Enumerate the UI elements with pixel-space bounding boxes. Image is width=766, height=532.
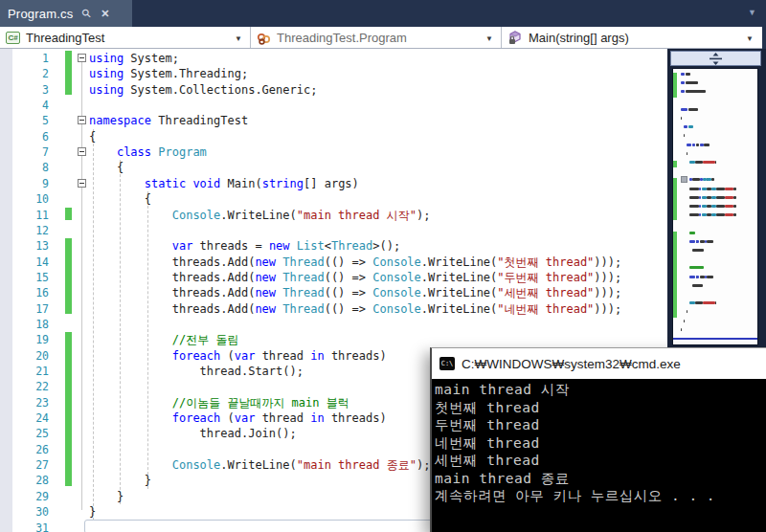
code-token: void — [192, 177, 220, 190]
code-token: List — [297, 239, 325, 253]
code-token: threads.Add( — [89, 302, 255, 316]
csharp-project-icon: C# — [6, 32, 20, 44]
minimap-line — [689, 266, 704, 269]
chevron-down-icon: ▼ — [746, 34, 754, 43]
code-token: Console — [372, 286, 421, 299]
code-token: ))); — [594, 255, 621, 269]
code-token: var — [235, 349, 256, 363]
class-icon — [257, 32, 271, 44]
code-line: threads.Add(new Thread(() => Console.Wri… — [89, 270, 621, 285]
minimap-line — [705, 240, 707, 243]
code-line: var threads = new List<Thread>(); — [89, 238, 400, 254]
code-token: .WriteLine( — [421, 271, 497, 284]
code-token: in — [310, 411, 324, 425]
editor-split-handle[interactable] — [670, 51, 761, 66]
minimap-change-mark — [673, 73, 677, 98]
minimap-line — [689, 240, 694, 243]
code-line: foreach (var thread in threads) — [89, 410, 387, 426]
code-line: class Program — [89, 144, 207, 160]
code-token: (() => — [325, 286, 373, 299]
minimap-line — [684, 134, 685, 137]
minimap-change-mark — [673, 161, 677, 167]
chevron-down-icon: ▼ — [485, 34, 493, 43]
code-token: Main( — [220, 177, 261, 190]
code-token: Console — [372, 302, 421, 316]
code-token: "네번째 thread" — [497, 302, 594, 316]
code-line: } — [89, 489, 124, 504]
code-token: using — [89, 52, 124, 65]
code-token: threads.Add( — [89, 255, 255, 269]
code-token: Console — [372, 271, 421, 284]
project-dropdown-label: ThreadingTest — [26, 31, 104, 45]
member-dropdown[interactable]: Main(string[] args) ▼ — [502, 27, 761, 48]
type-dropdown[interactable]: ThreadingTest.Program ▼ — [251, 27, 502, 48]
code-token: threads) — [325, 349, 387, 363]
minimap-line — [681, 108, 687, 111]
minimap-line — [687, 152, 687, 155]
code-token — [89, 333, 172, 346]
minimap-line — [725, 196, 733, 199]
code-token: System.Collections.Generic; — [124, 83, 317, 97]
code-token: ))); — [594, 271, 621, 284]
minimap-line — [704, 144, 710, 146]
code-token — [89, 396, 172, 410]
minimap[interactable] — [672, 68, 758, 345]
minimap-line — [703, 161, 714, 164]
code-token — [89, 145, 117, 159]
minimap-line — [696, 240, 698, 243]
code-line: Console.WriteLine("main thread 종료"); — [89, 457, 430, 473]
code-token: Console — [172, 458, 221, 472]
minimap-line — [733, 213, 736, 216]
minimap-line — [689, 301, 694, 304]
code-token: var — [172, 239, 193, 253]
minimap-line — [689, 276, 694, 278]
minimap-line — [725, 188, 733, 190]
close-icon[interactable]: ✕ — [101, 8, 109, 20]
minimap-line — [716, 196, 725, 199]
code-token — [89, 209, 172, 222]
code-line: static void Main(string[] args) — [89, 176, 359, 191]
code-line: { — [89, 191, 151, 207]
cmd-output-area: main thread 시작첫번째 thread두번째 thread네번째 th… — [432, 379, 766, 532]
minimap-line — [703, 301, 714, 304]
minimap-line — [692, 284, 703, 287]
cmd-title-bar[interactable]: C:\ C:₩WINDOWS₩system32₩cmd.exe — [432, 348, 766, 379]
cmd-icon: C:\ — [439, 357, 455, 370]
tab-program-cs[interactable]: Program.cs ⚲ ✕ — [0, 0, 132, 27]
minimap-line — [681, 81, 685, 84]
pin-icon[interactable]: ⚲ — [79, 6, 95, 21]
project-dropdown[interactable]: C# ThreadingTest ▼ — [0, 27, 251, 48]
code-token: string — [262, 177, 304, 190]
minimap-line — [715, 161, 717, 164]
minimap-line — [733, 196, 736, 199]
minimap-line — [681, 117, 682, 120]
code-token: var — [235, 411, 256, 425]
code-token — [89, 458, 172, 472]
minimap-line — [688, 108, 698, 111]
code-token: ); — [417, 458, 430, 472]
code-token: //전부 돌림 — [172, 333, 239, 346]
code-token: new — [269, 239, 290, 253]
type-dropdown-label: ThreadingTest.Program — [277, 31, 407, 45]
code-line: //전부 돌림 — [89, 332, 238, 347]
window-list-chevron-icon[interactable]: ▼ — [748, 8, 756, 17]
code-token: "main thread 시작" — [297, 209, 417, 222]
minimap-line — [711, 178, 714, 181]
tab-label: Program.cs — [8, 7, 73, 21]
code-line: threads.Add(new Thread(() => Console.Wri… — [89, 255, 621, 270]
code-token: { — [89, 192, 151, 206]
minimap-line — [686, 81, 698, 84]
minimap-line — [733, 188, 736, 190]
code-token: { — [89, 130, 96, 144]
code-token: Thread — [282, 255, 324, 269]
minimap-change-mark — [673, 178, 677, 220]
minimap-line — [689, 178, 691, 181]
code-token: ); — [417, 209, 430, 222]
vs-window: Program.cs ⚲ ✕ ▼ C# ThreadingTest ▼ Thre… — [0, 0, 766, 532]
code-token: Console — [172, 209, 221, 222]
console-output-line: 계속하려면 아무 키나 누르십시오 . . . — [435, 487, 766, 505]
minimap-line — [687, 144, 691, 146]
code-line: } — [89, 473, 151, 488]
minimap-line — [684, 125, 687, 128]
minimap-line — [699, 205, 701, 208]
